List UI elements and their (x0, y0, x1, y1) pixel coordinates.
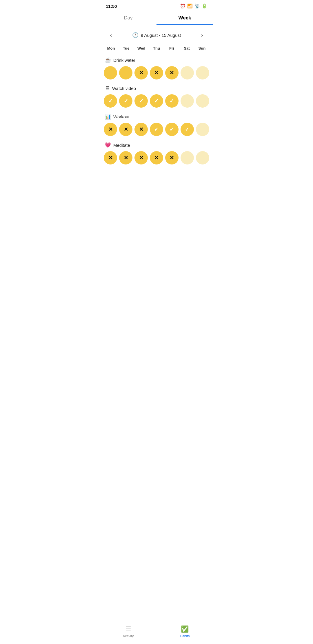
day-header-tue: Tue (119, 45, 134, 52)
habit-section-drink-water: ☕Drink water✕✕✕ (100, 54, 213, 80)
calendar-icon: 🕐 (132, 32, 139, 38)
habit-dot-meditate-day-5[interactable] (181, 151, 194, 164)
habit-dot-meditate-day-6[interactable] (196, 151, 209, 164)
habit-dot-workout-day-2[interactable]: ✕ (134, 123, 148, 136)
habit-label-watch-video: 🖥Watch video (103, 82, 210, 94)
habit-dot-drink-water-day-5[interactable] (181, 66, 194, 79)
habit-label-workout: 📊Workout (103, 111, 210, 122)
habit-dot-watch-video-day-5[interactable] (181, 94, 194, 108)
main-content: Day Week ‹ 🕐 9 August - 15 August › Mon … (100, 11, 213, 191)
habit-dot-watch-video-day-3[interactable]: ✓ (150, 94, 163, 108)
habit-dot-drink-water-day-0[interactable] (104, 66, 117, 79)
habit-dot-drink-water-day-6[interactable] (196, 66, 209, 79)
wifi-icon: 📶 (187, 3, 193, 9)
habit-dot-meditate-day-2[interactable]: ✕ (134, 151, 148, 164)
habits-label: Habits (180, 634, 190, 638)
habit-dot-workout-day-3[interactable]: ✓ (150, 123, 163, 136)
habits-container: ☕Drink water✕✕✕🖥Watch video✓✓✓✓✓📊Workout… (100, 54, 213, 165)
day-headers: Mon Tue Wed Thu Fri Sat Sun (100, 45, 213, 52)
activity-label: Activity (123, 634, 134, 638)
habit-dot-drink-water-day-1[interactable] (119, 66, 132, 79)
habit-icon-workout: 📊 (105, 113, 111, 120)
day-header-fri: Fri (164, 45, 179, 52)
next-week-button[interactable]: › (197, 30, 207, 40)
battery-icon: 🔋 (202, 3, 207, 9)
habit-icon-meditate: 💗 (105, 142, 111, 148)
tab-day[interactable]: Day (100, 11, 156, 25)
habit-label-drink-water: ☕Drink water (103, 54, 210, 66)
habit-dot-drink-water-day-2[interactable]: ✕ (134, 66, 148, 79)
habit-dot-workout-day-5[interactable]: ✓ (181, 123, 194, 136)
habit-dot-drink-water-day-3[interactable]: ✕ (150, 66, 163, 79)
habit-dot-watch-video-day-0[interactable]: ✓ (104, 94, 117, 108)
status-icons: ⏰ 📶 📡 🔋 (180, 3, 207, 9)
habit-dot-drink-water-day-4[interactable]: ✕ (165, 66, 179, 79)
status-time: 11:50 (106, 4, 117, 9)
habit-dot-workout-day-4[interactable]: ✓ (165, 123, 179, 136)
habit-dot-meditate-day-0[interactable]: ✕ (104, 151, 117, 164)
habit-dot-workout-day-0[interactable]: ✕ (104, 123, 117, 136)
nav-habits[interactable]: ✅ Habits (156, 622, 213, 644)
habit-icon-watch-video: 🖥 (105, 85, 110, 91)
alarm-icon: ⏰ (180, 3, 185, 9)
tab-header: Day Week (100, 11, 213, 25)
signal-icon: 📡 (194, 3, 200, 9)
day-header-sun: Sun (194, 45, 210, 52)
habit-dots-drink-water: ✕✕✕ (103, 66, 210, 80)
habit-dot-meditate-day-3[interactable]: ✕ (150, 151, 163, 164)
habit-dot-meditate-day-4[interactable]: ✕ (165, 151, 179, 164)
habit-dot-workout-day-1[interactable]: ✕ (119, 123, 132, 136)
day-header-mon: Mon (103, 45, 119, 52)
status-bar: 11:50 ⏰ 📶 📡 🔋 (100, 0, 213, 11)
habit-section-workout: 📊Workout✕✕✕✓✓✓ (100, 111, 213, 137)
habit-icon-drink-water: ☕ (105, 57, 111, 63)
habit-dot-watch-video-day-6[interactable] (196, 94, 209, 108)
day-header-wed: Wed (134, 45, 149, 52)
habit-dot-watch-video-day-4[interactable]: ✓ (165, 94, 179, 108)
day-header-sat: Sat (179, 45, 194, 52)
habit-dots-meditate: ✕✕✕✕✕ (103, 151, 210, 165)
week-nav: ‹ 🕐 9 August - 15 August › (100, 25, 213, 45)
tab-week[interactable]: Week (156, 11, 213, 25)
day-header-thu: Thu (149, 45, 164, 52)
habit-section-meditate: 💗Meditate✕✕✕✕✕ (100, 139, 213, 165)
nav-activity[interactable]: ☰ Activity (100, 622, 156, 644)
prev-week-button[interactable]: ‹ (106, 30, 116, 40)
habit-dot-workout-day-6[interactable] (196, 123, 209, 136)
week-date-range: 🕐 9 August - 15 August (132, 32, 181, 38)
habit-label-meditate: 💗Meditate (103, 139, 210, 151)
habit-section-watch-video: 🖥Watch video✓✓✓✓✓ (100, 82, 213, 108)
habit-dots-watch-video: ✓✓✓✓✓ (103, 94, 210, 108)
habits-icon: ✅ (181, 625, 189, 633)
date-range-label: 9 August - 15 August (141, 33, 181, 38)
habit-dot-meditate-day-1[interactable]: ✕ (119, 151, 132, 164)
activity-icon: ☰ (125, 625, 131, 633)
habit-dot-watch-video-day-2[interactable]: ✓ (134, 94, 148, 108)
habit-dot-watch-video-day-1[interactable]: ✓ (119, 94, 132, 108)
bottom-nav: ☰ Activity ✅ Habits (100, 622, 213, 644)
habit-dots-workout: ✕✕✕✓✓✓ (103, 122, 210, 137)
